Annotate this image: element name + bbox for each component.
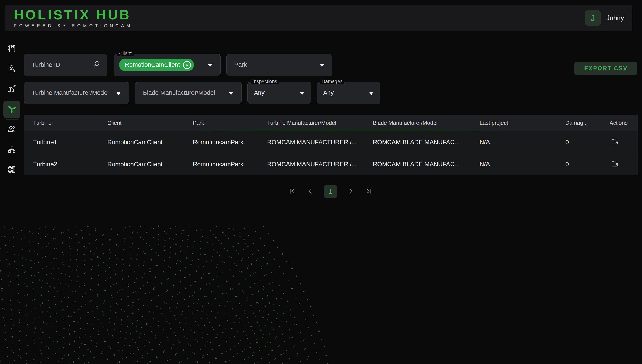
- main-content: Turbine ID Client RomotionCamClient ✕ Pa…: [24, 32, 637, 198]
- cell-client: RomotionCamClient: [107, 161, 193, 168]
- client-chip-label: RomotionCamClient: [125, 61, 180, 68]
- user-menu[interactable]: J Johny: [585, 10, 624, 26]
- blade-manufacturer-select[interactable]: Blade Manufacturer/Model: [135, 82, 242, 104]
- sidebar-item-turbines-active[interactable]: [4, 100, 20, 118]
- sidebar-item-users[interactable]: [6, 124, 18, 136]
- last-page-icon: [365, 188, 372, 196]
- cell-damages: 0: [565, 161, 609, 168]
- sidebar-divider: [6, 99, 18, 100]
- chevron-down-icon: [299, 92, 305, 95]
- table-header: Turbine Client Park Turbine Manufacturer…: [24, 114, 637, 131]
- cell-turbine-manufacturer: ROMCAM MANUFACTURER /...: [267, 139, 373, 146]
- journal-icon: [7, 44, 17, 54]
- apps-grid-icon: [7, 164, 17, 176]
- sidebar-divider: [6, 79, 18, 79]
- turbine-manufacturer-select[interactable]: Turbine Manufacturer/Model: [24, 82, 129, 104]
- chevron-down-icon: [229, 92, 234, 95]
- damages-label: Damages: [320, 79, 344, 84]
- turbine-id-placeholder: Turbine ID: [24, 61, 60, 68]
- export-row-button[interactable]: [610, 136, 620, 146]
- current-page-button[interactable]: 1: [324, 185, 337, 198]
- sidebar-divider: [6, 59, 18, 59]
- hierarchy-icon: [7, 144, 17, 155]
- park-placeholder: Park: [226, 61, 247, 68]
- sidebar-item-clients[interactable]: [6, 63, 18, 75]
- export-csv-button[interactable]: EXPORT CSV: [574, 62, 637, 75]
- pagination: 1: [24, 185, 637, 198]
- cell-last-project: N/A: [480, 139, 565, 146]
- sidebar-divider: [6, 120, 18, 120]
- column-header-client: Client: [107, 120, 193, 126]
- cell-turbine: Turbine2: [33, 161, 107, 168]
- search-icon: [92, 60, 101, 70]
- header-green-underline: [196, 131, 496, 131]
- chevron-right-icon: [347, 188, 355, 196]
- logo-title: HOLISTIX HUB: [14, 8, 132, 22]
- table-row[interactable]: Turbine1 RomotionCamClient RomotioncamPa…: [24, 131, 637, 153]
- logo: HOLISTIX HUB POWERED BY ROMOTIONCAM: [14, 8, 132, 28]
- inspections-select[interactable]: Inspections Any: [247, 82, 311, 104]
- cell-park: RomotioncamPark: [193, 161, 267, 168]
- cell-last-project: N/A: [480, 161, 565, 168]
- sidebar-item-wind-farm[interactable]: [6, 83, 18, 95]
- sidebar: [0, 32, 24, 364]
- cell-damages: 0: [565, 139, 609, 146]
- filters-row-1: Turbine ID Client RomotionCamClient ✕ Pa…: [24, 54, 637, 76]
- client-chip: RomotionCamClient ✕: [119, 59, 194, 71]
- sidebar-divider: [6, 140, 18, 140]
- column-header-blade-manufacturer: Blade Manufacturer/Model: [373, 120, 480, 126]
- close-icon[interactable]: ✕: [183, 61, 191, 69]
- logo-subtitle: POWERED BY ROMOTIONCAM: [14, 23, 132, 28]
- background-dot-pattern: [0, 220, 340, 364]
- cell-client: RomotionCamClient: [107, 139, 193, 146]
- column-header-actions: Actions: [609, 120, 628, 126]
- column-header-turbine-manufacturer: Turbine Manufacturer/Model: [267, 120, 373, 126]
- next-page-button[interactable]: [347, 187, 355, 196]
- column-header-turbine: Turbine: [33, 120, 107, 126]
- turbine-id-search-input[interactable]: Turbine ID: [24, 54, 107, 76]
- app-header: HOLISTIX HUB POWERED BY ROMOTIONCAM J Jo…: [5, 5, 632, 32]
- sidebar-item-hierarchy[interactable]: [6, 144, 18, 156]
- client-select[interactable]: Client RomotionCamClient ✕: [114, 54, 221, 76]
- column-header-damages: Damag...: [565, 120, 609, 126]
- column-header-last-project: Last project: [480, 120, 565, 126]
- table-row[interactable]: Turbine2 RomotionCamClient RomotioncamPa…: [24, 153, 637, 175]
- export-icon: [610, 144, 620, 147]
- chevron-down-icon: [208, 64, 213, 67]
- prev-page-button[interactable]: [306, 187, 315, 196]
- sidebar-item-journal[interactable]: [6, 43, 18, 55]
- chevron-down-icon: [116, 92, 121, 95]
- export-row-button[interactable]: [610, 159, 620, 168]
- avatar[interactable]: J: [585, 10, 601, 26]
- cell-turbine: Turbine1: [33, 139, 107, 146]
- park-select[interactable]: Park: [226, 54, 332, 76]
- first-page-button[interactable]: [288, 187, 297, 196]
- turbine-manufacturer-placeholder: Turbine Manufacturer/Model: [24, 89, 109, 96]
- users-icon: [7, 124, 17, 135]
- sidebar-item-apps[interactable]: [6, 164, 18, 176]
- damages-value: Any: [317, 89, 334, 96]
- wind-farm-icon: [7, 84, 17, 95]
- chevron-down-icon: [369, 92, 374, 95]
- blade-manufacturer-placeholder: Blade Manufacturer/Model: [135, 89, 215, 96]
- chevron-down-icon: [319, 64, 325, 67]
- filters-row-2: Turbine Manufacturer/Model Blade Manufac…: [24, 82, 637, 104]
- client-star-icon: [7, 64, 17, 75]
- cell-blade-manufacturer: ROMCAM BLADE MANUFAC...: [373, 139, 480, 146]
- inspections-value: Any: [247, 89, 264, 96]
- user-name: Johny: [606, 14, 624, 22]
- client-select-label: Client: [117, 51, 134, 56]
- cell-turbine-manufacturer: ROMCAM MANUFACTURER /...: [267, 161, 373, 168]
- inspections-label: Inspections: [250, 79, 279, 84]
- column-header-park: Park: [193, 120, 267, 126]
- turbine-blades-icon: [7, 104, 17, 115]
- first-page-icon: [289, 188, 296, 196]
- cell-blade-manufacturer: ROMCAM BLADE MANUFAC...: [373, 161, 480, 168]
- damages-select[interactable]: Damages Any: [316, 82, 380, 104]
- sidebar-divider: [6, 160, 18, 160]
- turbines-table: Turbine Client Park Turbine Manufacturer…: [24, 114, 637, 175]
- export-icon: [610, 166, 620, 169]
- cell-park: RomotioncamPark: [193, 139, 267, 146]
- chevron-left-icon: [306, 188, 314, 196]
- last-page-button[interactable]: [364, 187, 373, 196]
